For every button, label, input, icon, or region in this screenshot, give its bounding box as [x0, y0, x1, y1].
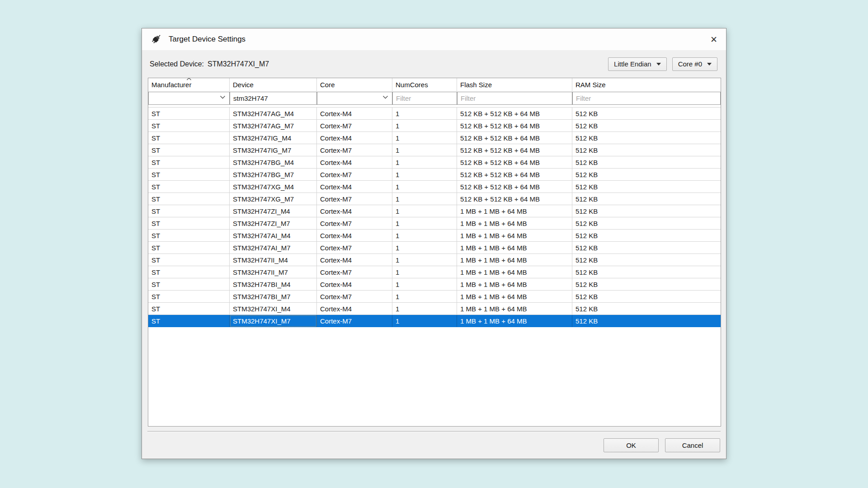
table-row[interactable]: ST STM32H747IG_M7 Cortex-M7 1 512 KB + 5… [148, 144, 721, 156]
cell-device: STM32H747AG_M7 [230, 120, 317, 132]
cell-numcores: 1 [392, 193, 457, 205]
cell-flash-size: 1 MB + 1 MB + 64 MB [457, 230, 572, 242]
dialog-titlebar[interactable]: Target Device Settings ✕ [142, 28, 726, 50]
table-row[interactable]: ST STM32H747AG_M4 Cortex-M4 1 512 KB + 5… [148, 108, 721, 120]
core-dropdown[interactable]: Core #0 [672, 57, 717, 71]
table-row[interactable]: ST STM32H747IG_M4 Cortex-M4 1 512 KB + 5… [148, 132, 721, 144]
table-row[interactable]: ST STM32H747II_M7 Cortex-M7 1 1 MB + 1 M… [148, 266, 721, 278]
cell-ram-size: 512 KB [572, 266, 721, 278]
cell-device: STM32H747BG_M7 [230, 169, 317, 181]
cell-manufacturer: ST [148, 266, 230, 278]
cell-ram-size: 512 KB [572, 108, 721, 120]
cell-core: Cortex-M7 [317, 169, 392, 181]
column-header-flash-size[interactable]: Flash Size [457, 78, 572, 91]
cell-core: Cortex-M7 [317, 242, 392, 254]
cell-device: STM32H747BI_M4 [230, 278, 317, 291]
cell-flash-size: 512 KB + 512 KB + 64 MB [457, 120, 572, 132]
cell-device: STM32H747II_M4 [230, 254, 317, 266]
cell-core: Cortex-M4 [317, 132, 392, 144]
table-row[interactable]: ST STM32H747XG_M4 Cortex-M4 1 512 KB + 5… [148, 181, 721, 193]
column-header-device[interactable]: Device [230, 78, 317, 91]
cell-core: Cortex-M7 [317, 266, 392, 278]
cell-numcores: 1 [392, 205, 457, 217]
cell-numcores: 1 [392, 230, 457, 242]
table-row[interactable]: ST STM32H747BG_M7 Cortex-M7 1 512 KB + 5… [148, 169, 721, 181]
cell-device: STM32H747XI_M7 [230, 315, 317, 327]
chevron-down-icon [707, 63, 712, 66]
table-row[interactable]: ST STM32H747XI_M4 Cortex-M4 1 1 MB + 1 M… [148, 303, 721, 315]
cell-core: Cortex-M7 [317, 291, 392, 303]
cell-flash-size: 1 MB + 1 MB + 64 MB [457, 278, 572, 291]
cell-manufacturer: ST [148, 291, 230, 303]
endianness-dropdown[interactable]: Little Endian [608, 57, 667, 71]
cell-manufacturer: ST [148, 120, 230, 132]
cell-manufacturer: ST [148, 278, 230, 291]
cell-flash-size: 1 MB + 1 MB + 64 MB [457, 303, 572, 315]
table-row[interactable]: ST STM32H747AG_M7 Cortex-M7 1 512 KB + 5… [148, 120, 721, 132]
close-icon[interactable]: ✕ [706, 32, 722, 47]
cell-ram-size: 512 KB [572, 144, 721, 156]
cell-numcores: 1 [392, 144, 457, 156]
cell-manufacturer: ST [148, 181, 230, 193]
flash-size-filter-input[interactable] [457, 92, 572, 105]
cell-flash-size: 512 KB + 512 KB + 64 MB [457, 181, 572, 193]
table-row[interactable]: ST STM32H747AI_M4 Cortex-M4 1 1 MB + 1 M… [148, 230, 721, 242]
core-filter-combobox[interactable] [317, 92, 392, 105]
cell-flash-size: 1 MB + 1 MB + 64 MB [457, 266, 572, 278]
table-row[interactable]: ST STM32H747ZI_M7 Cortex-M7 1 1 MB + 1 M… [148, 217, 721, 230]
cell-device: STM32H747ZI_M4 [230, 205, 317, 217]
cell-ram-size: 512 KB [572, 230, 721, 242]
cell-numcores: 1 [392, 108, 457, 120]
cancel-button[interactable]: Cancel [665, 438, 720, 452]
ram-size-filter-input[interactable] [572, 92, 721, 105]
cell-core: Cortex-M7 [317, 217, 392, 230]
table-row[interactable]: ST STM32H747AI_M7 Cortex-M7 1 1 MB + 1 M… [148, 242, 721, 254]
cell-core: Cortex-M4 [317, 108, 392, 120]
ok-button[interactable]: OK [604, 438, 659, 452]
cell-manufacturer: ST [148, 108, 230, 120]
table-row[interactable]: ST STM32H747ZI_M4 Cortex-M4 1 1 MB + 1 M… [148, 205, 721, 217]
column-header-manufacturer[interactable]: Manufacturer [148, 78, 230, 91]
cell-numcores: 1 [392, 156, 457, 169]
cell-flash-size: 512 KB + 512 KB + 64 MB [457, 108, 572, 120]
cell-manufacturer: ST [148, 132, 230, 144]
cell-ram-size: 512 KB [572, 169, 721, 181]
cell-flash-size: 1 MB + 1 MB + 64 MB [457, 217, 572, 230]
column-header-core[interactable]: Core [317, 78, 392, 91]
cell-numcores: 1 [392, 291, 457, 303]
cell-flash-size: 512 KB + 512 KB + 64 MB [457, 156, 572, 169]
cell-device: STM32H747IG_M4 [230, 132, 317, 144]
cell-core: Cortex-M4 [317, 181, 392, 193]
cell-flash-size: 1 MB + 1 MB + 64 MB [457, 242, 572, 254]
cell-manufacturer: ST [148, 169, 230, 181]
cell-device: STM32H747AI_M4 [230, 230, 317, 242]
cell-core: Cortex-M7 [317, 144, 392, 156]
desktop-background: { "dialog": { "title": "Target Device Se… [0, 0, 868, 488]
cell-ram-size: 512 KB [572, 120, 721, 132]
device-filter-input[interactable] [230, 92, 317, 105]
cell-numcores: 1 [392, 181, 457, 193]
cell-core: Cortex-M4 [317, 205, 392, 217]
numcores-filter-input[interactable] [392, 92, 457, 105]
table-row[interactable]: ST STM32H747II_M4 Cortex-M4 1 1 MB + 1 M… [148, 254, 721, 266]
cell-numcores: 1 [392, 303, 457, 315]
table-row[interactable]: ST STM32H747BI_M4 Cortex-M4 1 1 MB + 1 M… [148, 278, 721, 291]
manufacturer-filter-combobox[interactable] [148, 92, 230, 105]
column-header-numcores[interactable]: NumCores [392, 78, 457, 91]
column-header-ram-size[interactable]: RAM Size [572, 78, 721, 91]
cell-flash-size: 1 MB + 1 MB + 64 MB [457, 205, 572, 217]
cell-ram-size: 512 KB [572, 254, 721, 266]
endianness-dropdown-label: Little Endian [614, 60, 651, 68]
cell-ram-size: 512 KB [572, 217, 721, 230]
cell-numcores: 1 [392, 217, 457, 230]
dialog-title: Target Device Settings [169, 35, 245, 44]
table-row[interactable]: ST STM32H747XG_M7 Cortex-M7 1 512 KB + 5… [148, 193, 721, 205]
cell-core: Cortex-M7 [317, 315, 392, 327]
cell-numcores: 1 [392, 254, 457, 266]
table-row[interactable]: ST STM32H747XI_M7 Cortex-M7 1 1 MB + 1 M… [148, 315, 721, 327]
cell-ram-size: 512 KB [572, 193, 721, 205]
cell-ram-size: 512 KB [572, 132, 721, 144]
table-row[interactable]: ST STM32H747BG_M4 Cortex-M4 1 512 KB + 5… [148, 156, 721, 169]
table-row[interactable]: ST STM32H747BI_M7 Cortex-M7 1 1 MB + 1 M… [148, 291, 721, 303]
cell-device: STM32H747XG_M7 [230, 193, 317, 205]
